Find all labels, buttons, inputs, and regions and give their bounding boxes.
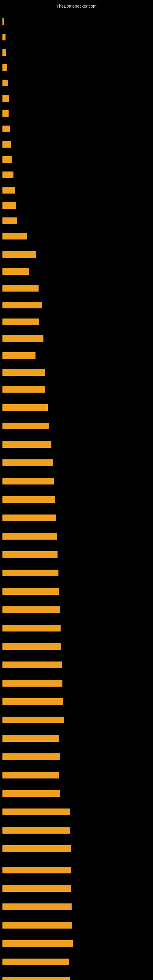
bar-label: Bottleneck resu — [2, 285, 38, 291]
bar-row: Bottleneck result — [2, 940, 73, 947]
bar-label: Bottleneck result — [2, 369, 45, 376]
bar-row: Bottleneck result — [2, 845, 71, 852]
bar-row: Bottleneck result — [2, 735, 59, 742]
bar-label: Bottl — [2, 218, 17, 224]
bar-row: Bo — [2, 156, 12, 163]
bar-row: Bottleneck result — [2, 404, 48, 411]
bar-row: Bottleneck result — [2, 533, 57, 539]
bar-label: Bo — [2, 156, 12, 163]
bar-label: Bottleneck result — [2, 790, 60, 797]
bar-row: Bottleneck result — [2, 680, 62, 687]
bar-row: Bo — [2, 126, 10, 132]
bar-label: B — [2, 110, 9, 117]
bar-label: Bott — [2, 187, 15, 194]
bar-label: Bottleneck result — [2, 551, 57, 558]
site-title: TheBottlenecker.com — [0, 1, 153, 11]
bar-row: Bottl — [2, 218, 17, 224]
bar-row: Bottleneck result — [2, 959, 69, 965]
bar-row: Bottleneck result — [2, 643, 61, 650]
bar-row: Bottleneck result — [2, 790, 60, 797]
bar-row: Bottleneck result — [2, 460, 53, 466]
bar-label: Bottleneck result — [2, 827, 70, 834]
bar-row: Bottleneck resul — [2, 386, 45, 393]
bar-row: Bottleneck result — [2, 904, 72, 910]
bar-row: Bo — [2, 141, 11, 148]
bar-label: Bottleneck result — [2, 904, 72, 910]
bar-row: Bott — [2, 187, 15, 194]
bar-label: Bottleneck result — [2, 570, 59, 576]
bar-row: Bottleneck result — [2, 423, 49, 430]
bar-label: Bottleneck result — [2, 514, 56, 521]
bar-row: B — [2, 80, 8, 86]
bar-label: Bottleneck result — [2, 867, 71, 873]
bar-row: Bottleneck result — [2, 662, 62, 668]
bar-label: Bottleneck result — [2, 625, 61, 632]
bar-row — [2, 18, 4, 25]
bar-row: Bottleneck result — [2, 588, 59, 595]
bar-row: Bottleneck result — [2, 717, 64, 723]
bar-label: Bottleneck — [2, 268, 29, 275]
bar-label: Bottleneck result — [2, 478, 54, 485]
bar-label: Bottleneck result — [2, 845, 71, 852]
bar-row: Bottleneck resu — [2, 285, 38, 291]
bar-row: Bottleneck result — [2, 441, 51, 448]
bar-row: B — [2, 110, 9, 117]
bar-row: Bottleneck result — [2, 885, 71, 892]
bar-label: Bot — [2, 172, 13, 178]
bar-row: Bottleneck result — [2, 496, 55, 503]
bar-row: Bottleneck result — [2, 772, 59, 778]
bar-label: Bottleneck result — [2, 460, 53, 466]
bar-label: Bottleneck result — [2, 717, 64, 723]
bar-label: Bottleneck result — [2, 885, 71, 892]
bar-row: Bottleneck resu — [2, 318, 39, 325]
bar-label: Bottleneck result — [2, 698, 63, 705]
bar-label: Bo — [2, 141, 11, 148]
bar-label: Bottleneck result — [2, 940, 73, 947]
bar-row: Bottleneck result — [2, 922, 72, 929]
bar-label: Bottleneck result — [2, 753, 60, 760]
bar-label: Bottleneck result — [2, 959, 69, 965]
bar-label: Bo — [2, 95, 9, 102]
bar-label: Bottleneck resul — [2, 386, 45, 393]
bar-label: Bottleneck result — [2, 680, 62, 687]
bar-row: Bottleneck result — [2, 551, 57, 558]
bar-label: Bo — [2, 126, 10, 132]
bar-row: Bottleneck result — [2, 570, 59, 576]
bar-label: Bottleneck result — [2, 423, 49, 430]
bar-row: Bottleneck — [2, 268, 29, 275]
bar-label — [2, 18, 4, 25]
bar-row: Bottleneck result — [2, 478, 54, 485]
bar-label: E — [2, 49, 6, 56]
bar-label: Bottleneck res — [2, 251, 36, 258]
bar-row: B — [2, 64, 7, 71]
bar-row: Bottleneck result — [2, 369, 45, 376]
bar-label: Bottleneck result — [2, 404, 48, 411]
bar-label: Bottleneck result — [2, 335, 43, 342]
bar-label: Bottleneck resu — [2, 318, 39, 325]
bar-row: Bottleneck res — [2, 251, 36, 258]
bar-row: Bot — [2, 172, 13, 178]
bar-label: Bottleneck result — [2, 496, 55, 503]
bar-label: Bottleneck result — [2, 588, 59, 595]
bar-label: Bottleneck re — [2, 352, 35, 359]
bar-label: Bottleneck result — [2, 606, 60, 613]
bar-label: B — [2, 64, 7, 71]
bar-label: Bottleneck result — [2, 735, 59, 742]
bar-row: Bottleneck result — [2, 514, 56, 521]
bar-row: Bottleneck result — [2, 867, 71, 873]
bar-row: Bottleneck result — [2, 625, 61, 632]
bar-row: Bottleneck result — [2, 753, 60, 760]
bar-label: Bottleneck result — [2, 662, 62, 668]
bar-row: Bottleneck result — [2, 335, 43, 342]
bar-row: E — [2, 34, 5, 40]
bar-label: Bottleneck result — [2, 643, 61, 650]
bar-label: B — [2, 80, 8, 86]
bar-label: Bottleneck result — [2, 772, 59, 778]
bar-row: Bo — [2, 95, 9, 102]
bar-label: Bottleneck result — [2, 533, 57, 539]
bar-label: Bottleneck result — [2, 302, 42, 309]
bar-row: Bottleneck result — [2, 606, 60, 613]
bar-row: Bottleneck re — [2, 352, 35, 359]
bar-row: Bottleneck result — [2, 808, 70, 815]
bar-label: Bottleneck result — [2, 808, 70, 815]
